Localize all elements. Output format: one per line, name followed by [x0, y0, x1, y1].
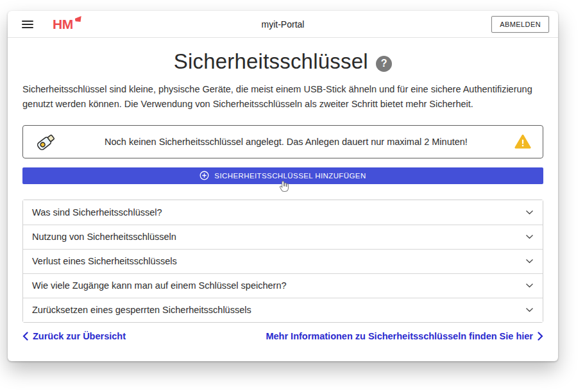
chevron-down-icon — [525, 283, 534, 288]
hm-logo[interactable]: HM — [53, 17, 81, 31]
page-title: Sicherheitsschlüssel — [174, 49, 368, 73]
usb-key-icon — [35, 130, 58, 153]
accordion-item-reset[interactable]: Zurücksetzen eines gesperrten Sicherheit… — [23, 298, 543, 322]
add-key-label: SICHERHEITSSCHLÜSSEL HINZUFÜGEN — [214, 172, 366, 180]
chevron-down-icon — [525, 210, 534, 215]
faq-accordion: Was sind Sicherheitsschlüssel? Nutzung v… — [22, 200, 543, 323]
accordion-item-loss[interactable]: Verlust eines Sicherheitsschlüssels — [23, 249, 543, 273]
more-info-link[interactable]: Mehr Informationen zu Sicherheitsschlüss… — [266, 331, 543, 341]
chevron-left-icon — [22, 332, 28, 341]
accordion-item-label: Verlust eines Sicherheitsschlüssels — [32, 256, 525, 266]
hm-logo-flag-icon — [75, 16, 81, 22]
chevron-right-icon — [538, 332, 543, 341]
page-content: Sicherheitsschlüssel ? Sicherheitsschlüs… — [8, 49, 558, 341]
accordion-item-label: Zurücksetzen eines gesperrten Sicherheit… — [32, 305, 525, 315]
notice-text: Noch keinen Sicherheitsschlüssel angeleg… — [58, 137, 514, 147]
app-bar: HM myit-Portal ABMELDEN — [8, 11, 558, 38]
app-title: myit-Portal — [8, 19, 558, 30]
menu-icon[interactable] — [22, 21, 33, 28]
accordion-item-label: Nutzung von Sicherheitsschlüsseln — [32, 232, 525, 242]
add-key-button[interactable]: SICHERHEITSSCHLÜSSEL HINZUFÜGEN — [22, 167, 543, 184]
back-link-label: Zurück zur Übersicht — [33, 331, 126, 341]
page-title-row: Sicherheitsschlüssel ? — [22, 49, 543, 74]
logout-button[interactable]: ABMELDEN — [491, 16, 549, 33]
warning-icon — [514, 134, 531, 149]
help-icon[interactable]: ? — [376, 56, 392, 72]
add-key-button-wrap: SICHERHEITSSCHLÜSSEL HINZUFÜGEN — [22, 167, 543, 184]
accordion-item-label: Was sind Sicherheitsschlüssel? — [32, 207, 525, 217]
hm-logo-text: HM — [53, 17, 73, 31]
footer-links: Zurück zur Übersicht Mehr Informationen … — [22, 331, 543, 341]
notice-box: Noch keinen Sicherheitsschlüssel angeleg… — [22, 125, 543, 158]
portal-window: HM myit-Portal ABMELDEN Sicherheitsschlü… — [8, 11, 558, 361]
back-link[interactable]: Zurück zur Übersicht — [22, 331, 126, 341]
chevron-down-icon — [525, 307, 534, 312]
accordion-item-label: Wie viele Zugänge kann man auf einem Sch… — [32, 280, 525, 291]
chevron-down-icon — [525, 234, 534, 239]
chevron-down-icon — [525, 259, 534, 264]
more-info-link-label: Mehr Informationen zu Sicherheitsschlüss… — [266, 331, 533, 341]
accordion-item-what-are-keys[interactable]: Was sind Sicherheitsschlüssel? — [23, 200, 543, 225]
intro-text: Sicherheitsschlüssel sind kleine, physis… — [22, 82, 543, 112]
plus-circle-icon — [199, 171, 209, 180]
accordion-item-capacity[interactable]: Wie viele Zugänge kann man auf einem Sch… — [23, 273, 543, 298]
accordion-item-usage[interactable]: Nutzung von Sicherheitsschlüsseln — [23, 225, 543, 249]
